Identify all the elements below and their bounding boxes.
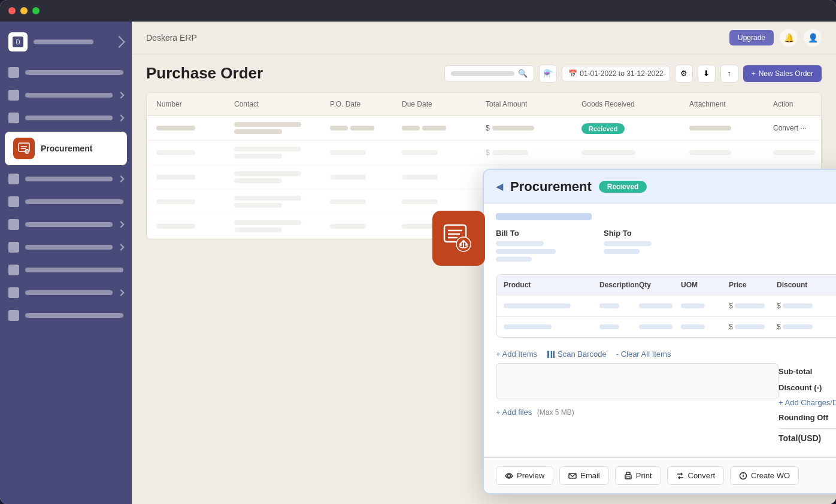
svg-point-12 xyxy=(459,244,462,246)
table-row[interactable]: $ Recieved Convert ··· xyxy=(147,116,821,141)
calendar-icon: 📅 xyxy=(568,69,577,78)
notification-icon[interactable]: 🔔 xyxy=(780,29,798,47)
modal-bottom: + Add files (Max 5 MB) Sub-total $ xyxy=(496,363,836,448)
clear-items-button[interactable]: - Clear All Items xyxy=(616,350,671,359)
meta-receive-by-row: Receive by xyxy=(826,247,836,256)
notes-textarea[interactable] xyxy=(496,363,779,399)
search-icon[interactable]: 🔍 xyxy=(518,69,528,78)
scan-barcode-label: Scan Barcode xyxy=(558,350,607,359)
procurement-icon: ⚙ xyxy=(13,138,35,159)
col-po-date: P.O. Date xyxy=(330,100,402,108)
due-date-cell-2 xyxy=(422,126,446,130)
sidebar-item-manufacturing[interactable] xyxy=(0,190,132,213)
new-sales-button[interactable]: + New Sales Order xyxy=(743,65,822,82)
system-icon xyxy=(8,310,19,321)
accounting-icon xyxy=(8,287,19,298)
summary-section: Sub-total $ Discount (-) $ xyxy=(779,363,836,448)
modal-title: Procurement xyxy=(510,179,592,195)
modal-header: ◀ Procurement Recieved Close xyxy=(484,170,836,204)
close-dot[interactable] xyxy=(8,7,16,14)
sidebar-item-sales[interactable] xyxy=(0,213,132,236)
settings-icon xyxy=(8,242,19,253)
sidebar-item-settings[interactable] xyxy=(0,236,132,259)
settings-icon[interactable]: ⚙ xyxy=(675,65,693,83)
page-header: Purchase Order 🔍 ⚗️ 📅 01-01-2022 to 31-1… xyxy=(132,54,836,92)
sidebar-item-hr[interactable] xyxy=(0,259,132,281)
create-wo-button[interactable]: Create WO xyxy=(730,466,799,485)
sidebar-item-contacts[interactable] xyxy=(0,107,132,129)
meta-order-date-row: Order Date xyxy=(826,224,836,233)
modal-action-buttons: Preview Email Print Convert xyxy=(484,457,836,493)
rounding-label: Rounding Off xyxy=(779,413,828,422)
product-2-discount: $ xyxy=(777,323,836,331)
sidebar-procurement-label: Procurement xyxy=(41,144,92,153)
filter-icon[interactable]: ⚗️ xyxy=(539,65,557,83)
product-2-qty xyxy=(639,324,673,329)
sales-icon xyxy=(8,219,19,230)
sidebar-item-dashboard[interactable] xyxy=(0,61,132,84)
po-date-cell-2 xyxy=(350,126,374,130)
inventory-icon xyxy=(8,174,19,184)
amount-bar xyxy=(492,126,534,130)
col-due-date: Due Date xyxy=(402,100,486,108)
sidebar-item-accounting-label xyxy=(25,290,113,295)
chart-icon xyxy=(8,90,19,101)
header-right: Upgrade 🔔 👤 xyxy=(729,29,822,47)
download-icon[interactable]: ⬇ xyxy=(698,65,716,83)
convert-icon xyxy=(676,472,684,480)
sidebar-item-procurement[interactable]: ⚙ Procurement xyxy=(5,132,127,165)
email-button[interactable]: Email xyxy=(559,466,609,485)
sidebar-item-settings-label xyxy=(25,245,113,250)
subtotal-label: Sub-total xyxy=(779,367,812,376)
print-button[interactable]: Print xyxy=(615,466,661,485)
chevron-right-icon xyxy=(117,221,124,227)
user-avatar[interactable]: 👤 xyxy=(804,29,822,47)
discount-row: Discount (-) $ xyxy=(779,379,836,396)
page-actions: 🔍 ⚗️ 📅 01-01-2022 to 31-12-2022 ⚙ ⬇ ↑ + … xyxy=(444,65,822,83)
convert-button[interactable]: Convert xyxy=(667,466,725,485)
add-items-button[interactable]: + Add Items xyxy=(496,350,537,359)
back-icon[interactable]: ◀ xyxy=(496,181,503,192)
add-files-row: + Add files (Max 5 MB) xyxy=(496,406,779,417)
top-header: Deskera ERP Upgrade 🔔 👤 xyxy=(132,22,836,54)
svg-point-18 xyxy=(508,474,511,477)
svg-text:D: D xyxy=(16,39,20,45)
sidebar-item-system-label xyxy=(25,313,123,318)
sidebar-item-inventory[interactable] xyxy=(0,168,132,190)
eye-icon xyxy=(505,472,513,480)
product-row-1: $ $ $ xyxy=(496,295,836,316)
col-qty: Qty xyxy=(639,281,681,289)
attachment-cell xyxy=(689,126,731,130)
sidebar-item-hr-label xyxy=(25,268,123,272)
total-row: Total(USD) $ xyxy=(779,428,836,448)
sidebar-item-dashboard-label xyxy=(25,70,123,75)
dollar-sign: $ xyxy=(486,124,490,132)
address-section: Bill To Ship To xyxy=(496,229,826,265)
svg-rect-15 xyxy=(550,351,550,358)
convert-action[interactable]: Convert ··· xyxy=(773,124,822,132)
sidebar-item-accounting[interactable] xyxy=(0,281,132,304)
plus-icon: + xyxy=(752,69,756,78)
preview-button[interactable]: Preview xyxy=(496,466,553,485)
sidebar-item-system[interactable] xyxy=(0,304,132,327)
col-discount: Discount xyxy=(777,281,836,289)
scan-barcode-button[interactable]: Scan Barcode xyxy=(547,350,607,359)
date-range-label: 01-01-2022 to 31-12-2022 xyxy=(580,69,663,78)
app-window: D ⚙ xyxy=(0,0,836,504)
upgrade-button[interactable]: Upgrade xyxy=(729,30,774,45)
minimize-dot[interactable] xyxy=(20,7,28,14)
ship-to-line2 xyxy=(604,249,640,254)
col-uom: UOM xyxy=(681,281,729,289)
table-header: Number Contact P.O. Date Due Date Total … xyxy=(147,93,821,116)
col-product: Product xyxy=(504,281,599,289)
share-icon[interactable]: ↑ xyxy=(720,65,738,83)
add-charges-button[interactable]: + Add Charges/Discount xyxy=(779,396,836,409)
svg-point-25 xyxy=(743,473,744,474)
maximize-dot[interactable] xyxy=(32,7,40,14)
manufacturing-icon xyxy=(8,196,19,207)
add-files-button[interactable]: + Add files xyxy=(496,408,532,417)
sidebar-collapse-icon[interactable] xyxy=(113,36,125,48)
search-box[interactable]: 🔍 xyxy=(444,65,534,81)
date-filter[interactable]: 📅 01-01-2022 to 31-12-2022 xyxy=(562,66,670,81)
sidebar-item-reports[interactable] xyxy=(0,84,132,107)
